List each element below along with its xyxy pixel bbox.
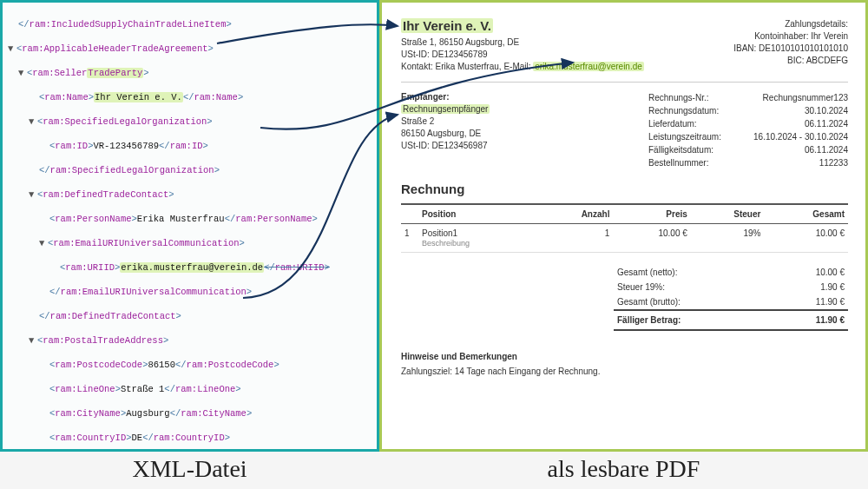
label-xml: XML-Datei [0,452,379,489]
table-row: 1 Position1Beschreibung 1 10.00 € 19% 10… [401,224,848,253]
pdf-sender-email: erika.musterfrau@verein.de [533,62,644,71]
pdf-sender-name: Ihr Verein e. V. [401,18,493,33]
pdf-invoice-title: Rechnung [401,182,848,196]
pdf-recipient-title: Empfänger: [401,91,490,103]
xml-panel: </ram:IncludedSupplyChainTradeLineItem> … [0,0,379,452]
pdf-panel: Ihr Verein e. V. Straße 1, 86150 Augsbur… [379,0,868,452]
pdf-notes-text: Zahlungsziel: 14 Tage nach Eingang der R… [401,367,848,376]
pdf-sender-addr: Straße 1, 86150 Augsburg, DE [401,36,644,49]
label-pdf: als lesbare PDF [379,452,868,489]
pdf-items-table: Position Anzahl Preis Steuer Gesamt 1 Po… [401,203,848,253]
xml-seller-email: erika.musterfrau@verein.de [120,262,264,273]
pdf-recipient-name: Rechnungsempfänger [401,104,490,114]
pdf-payment-title: Zahlungsdetails: [733,18,848,30]
xml-seller-name: Ihr Verein e. V. [94,92,183,102]
pdf-notes-title: Hinweise und Bemerkungen [401,352,848,361]
